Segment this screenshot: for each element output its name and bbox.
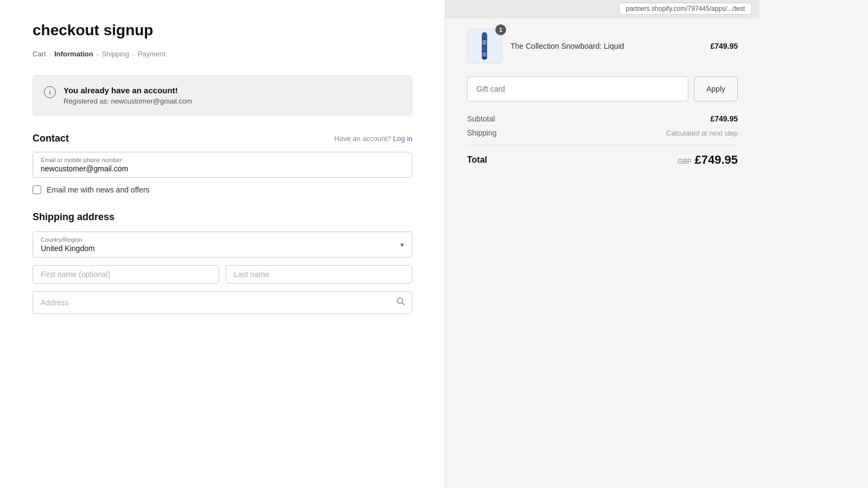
contact-section-header: Contact Have an account? Log in — [33, 133, 412, 144]
product-item: 1 The Collection Snowboard: Liquid — [467, 29, 738, 63]
contact-title: Contact — [33, 133, 69, 144]
newsletter-checkbox-row: Email me with news and offers — [33, 185, 412, 194]
gift-card-row: Apply — [467, 76, 738, 101]
last-name-field-wrapper — [226, 265, 412, 284]
breadcrumb-information: Information — [54, 50, 93, 58]
account-notice: i You already have an account! Registere… — [33, 75, 412, 115]
name-fields-row — [33, 265, 412, 284]
shipping-section-title: Shipping address — [33, 211, 412, 223]
breadcrumb-payment: Payment — [138, 50, 165, 58]
svg-rect-6 — [482, 53, 487, 57]
product-snowboard-svg — [476, 30, 493, 62]
email-field-wrapper: Email or mobile phone number — [33, 152, 412, 178]
country-select-wrapper[interactable]: Country/Region United Kingdom United Sta… — [33, 232, 412, 258]
product-quantity-badge: 1 — [495, 24, 506, 35]
svg-rect-3 — [482, 34, 487, 39]
url-bar-text: partners.shopify.com/797445/apps/.../tes… — [619, 3, 752, 15]
last-name-input[interactable] — [234, 270, 404, 279]
total-label: Total — [467, 155, 487, 165]
info-icon: i — [44, 86, 56, 98]
email-label: Email or mobile phone number — [41, 157, 404, 163]
have-account-text: Have an account? — [334, 134, 391, 143]
total-currency: GBP — [678, 158, 691, 165]
account-notice-title: You already have an account! — [63, 86, 192, 95]
shipping-value: Calculated at next step — [666, 129, 738, 137]
shipping-row: Shipping Calculated at next step — [467, 129, 738, 137]
product-name: The Collection Snowboard: Liquid — [510, 42, 624, 50]
newsletter-label[interactable]: Email me with news and offers — [47, 185, 150, 194]
apply-button[interactable]: Apply — [694, 76, 738, 101]
first-name-field-wrapper — [33, 265, 219, 284]
account-notice-text: You already have an account! Registered … — [63, 86, 192, 105]
shipping-label: Shipping — [467, 129, 497, 137]
product-image-wrapper: 1 — [467, 29, 502, 63]
newsletter-checkbox[interactable] — [33, 185, 41, 194]
breadcrumb-shipping: Shipping — [101, 50, 129, 58]
total-right: GBP £749.95 — [678, 153, 738, 167]
breadcrumb-cart[interactable]: Cart — [33, 50, 46, 58]
product-image — [467, 29, 502, 63]
chevron-icon-3: › — [132, 51, 135, 57]
total-amount: £749.95 — [694, 153, 738, 167]
svg-line-1 — [403, 303, 405, 305]
gift-card-input[interactable] — [467, 76, 688, 101]
product-left: 1 The Collection Snowboard: Liquid — [467, 29, 624, 63]
svg-rect-4 — [482, 40, 487, 45]
email-input[interactable] — [41, 164, 404, 173]
chevron-icon-2: › — [97, 51, 99, 57]
chevron-icon: › — [49, 51, 52, 57]
left-panel: checkout signup Cart › Information › Shi… — [0, 0, 445, 488]
first-name-input[interactable] — [41, 270, 211, 279]
account-notice-description: Registered as: newcustomer@gmail.com — [63, 97, 192, 105]
country-select[interactable]: United Kingdom United States Canada Aust… — [41, 244, 388, 253]
subtotal-value: £749.95 — [710, 114, 738, 123]
country-label: Country/Region — [41, 236, 388, 243]
total-row: Total GBP £749.95 — [467, 145, 738, 167]
subtotal-row: Subtotal £749.95 — [467, 114, 738, 123]
product-price: £749.95 — [710, 42, 738, 50]
address-field-wrapper — [33, 291, 412, 314]
subtotal-label: Subtotal — [467, 114, 495, 123]
address-input[interactable] — [41, 298, 388, 307]
search-icon — [397, 297, 405, 306]
order-content: 1 The Collection Snowboard: Liquid — [445, 18, 760, 194]
store-title: checkout signup — [33, 22, 412, 39]
login-link[interactable]: Log in — [393, 134, 412, 143]
breadcrumb: Cart › Information › Shipping › Payment — [33, 50, 412, 58]
url-bar: partners.shopify.com/797445/apps/.../tes… — [445, 0, 760, 18]
address-search-button[interactable] — [397, 297, 405, 308]
login-prompt: Have an account? Log in — [334, 134, 412, 143]
chevron-down-icon: ▾ — [400, 241, 404, 249]
svg-rect-5 — [482, 46, 487, 52]
right-panel: partners.shopify.com/797445/apps/.../tes… — [445, 0, 760, 488]
